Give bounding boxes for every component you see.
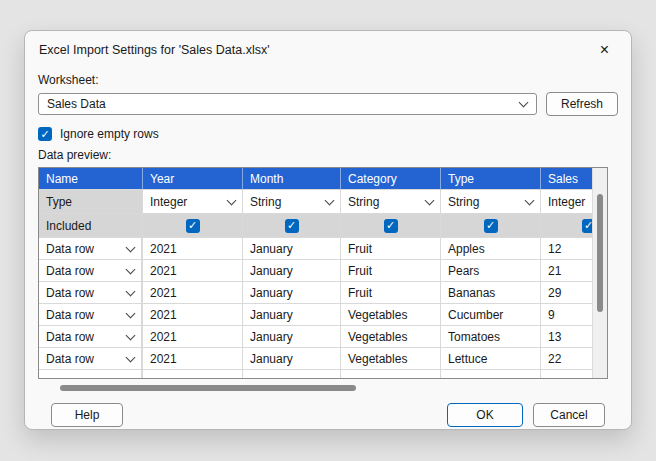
data-cell: Vegetables xyxy=(341,348,441,370)
included-row: Included✓✓✓✓✓ xyxy=(39,214,608,238)
chevron-down-icon xyxy=(126,308,136,318)
column-header: Name xyxy=(39,168,143,190)
data-cell: Cucumber xyxy=(441,304,541,326)
column-type-select[interactable]: String xyxy=(341,190,440,213)
row-kind-select[interactable]: Data row xyxy=(39,348,142,369)
refresh-button[interactable]: Refresh xyxy=(546,92,618,116)
column-type-select[interactable]: Integer xyxy=(143,190,242,213)
ignore-empty-rows-label: Ignore empty rows xyxy=(60,127,159,141)
cancel-button[interactable]: Cancel xyxy=(533,403,605,427)
help-button[interactable]: Help xyxy=(51,403,123,427)
data-cell xyxy=(341,370,441,379)
data-preview-grid: NameYearMonthCategoryTypeSalesTypeIntege… xyxy=(38,167,608,379)
data-cell: Apples xyxy=(441,238,541,260)
table-row: Data row2021JanuaryVegetablesTomatoes13 xyxy=(39,326,608,348)
data-cell: January xyxy=(243,282,341,304)
chevron-down-icon xyxy=(126,374,136,379)
checkbox-check-icon[interactable]: ✓ xyxy=(38,127,52,141)
dialog-body: Worksheet: Sales Data Refresh ✓ Ignore e… xyxy=(25,62,631,427)
type-cell: String xyxy=(441,190,541,214)
row-kind-value: Data row xyxy=(46,308,94,322)
chevron-down-icon xyxy=(126,330,136,340)
row-kind-select[interactable]: Data row xyxy=(39,304,142,325)
data-cell: January xyxy=(243,260,341,282)
included-cell: ✓ xyxy=(243,214,341,238)
worksheet-select-value: Sales Data xyxy=(47,97,106,111)
table-row: Data row2021JanuaryVegetablesLettuce22 xyxy=(39,348,608,370)
column-type-select[interactable]: String xyxy=(243,190,340,213)
chevron-down-icon xyxy=(126,352,136,362)
row-kind-select[interactable] xyxy=(39,370,142,379)
data-cell: Fruit xyxy=(341,282,441,304)
row-kind-value: Data row xyxy=(46,352,94,366)
column-included-checkbox[interactable]: ✓ xyxy=(484,219,498,233)
column-header: Year xyxy=(143,168,243,190)
chevron-down-icon xyxy=(525,195,535,205)
data-cell: January xyxy=(243,238,341,260)
vertical-scrollbar-thumb[interactable] xyxy=(597,194,603,312)
data-cell: January xyxy=(243,348,341,370)
data-cell: 2021 xyxy=(143,282,243,304)
table-row xyxy=(39,370,608,379)
row-kind-cell: Data row xyxy=(39,304,143,326)
ignore-empty-rows-checkbox[interactable]: ✓ Ignore empty rows xyxy=(38,127,159,141)
row-kind-select[interactable]: Data row xyxy=(39,238,142,259)
type-row: TypeIntegerStringStringStringInteger xyxy=(39,190,608,214)
column-type-value: String xyxy=(250,195,281,209)
column-included-checkbox[interactable]: ✓ xyxy=(384,219,398,233)
row-kind-select[interactable]: Data row xyxy=(39,282,142,303)
column-included-checkbox[interactable]: ✓ xyxy=(186,219,200,233)
dialog-title: Excel Import Settings for 'Sales Data.xl… xyxy=(39,43,270,57)
included-cell: ✓ xyxy=(341,214,441,238)
footer-right-group: OK Cancel xyxy=(447,403,605,427)
data-cell: Bananas xyxy=(441,282,541,304)
data-cell: 2021 xyxy=(143,260,243,282)
column-type-value: String xyxy=(348,195,379,209)
table-row: Data row2021JanuaryFruitPears21 xyxy=(39,260,608,282)
preview-grid-inner: NameYearMonthCategoryTypeSalesTypeIntege… xyxy=(39,168,608,379)
column-header: Category xyxy=(341,168,441,190)
horizontal-scrollbar-thumb[interactable] xyxy=(60,385,356,391)
included-row-label: Included xyxy=(39,214,143,238)
data-cell xyxy=(243,370,341,379)
data-cell: Vegetables xyxy=(341,304,441,326)
chevron-down-icon xyxy=(126,286,136,296)
table-row: Data row2021JanuaryFruitBananas29 xyxy=(39,282,608,304)
column-type-value: String xyxy=(448,195,479,209)
excel-import-settings-dialog: Excel Import Settings for 'Sales Data.xl… xyxy=(24,30,632,430)
row-kind-select[interactable]: Data row xyxy=(39,260,142,281)
included-cell: ✓ xyxy=(143,214,243,238)
data-cell: Fruit xyxy=(341,260,441,282)
worksheet-select[interactable]: Sales Data xyxy=(38,93,537,115)
column-included-checkbox[interactable]: ✓ xyxy=(285,219,299,233)
chevron-down-icon xyxy=(126,242,136,252)
grid-header-row: NameYearMonthCategoryTypeSales xyxy=(39,168,608,190)
included-cell: ✓ xyxy=(441,214,541,238)
row-kind-value: Data row xyxy=(46,264,94,278)
chevron-down-icon xyxy=(519,98,529,108)
type-cell: Integer xyxy=(143,190,243,214)
vertical-scrollbar[interactable] xyxy=(592,168,607,378)
type-row-label: Type xyxy=(39,190,143,214)
data-cell: 2021 xyxy=(143,238,243,260)
chevron-down-icon xyxy=(126,264,136,274)
chevron-down-icon xyxy=(227,195,237,205)
row-kind-select[interactable]: Data row xyxy=(39,326,142,347)
data-preview-label: Data preview: xyxy=(38,148,618,162)
data-cell xyxy=(143,370,243,379)
row-kind-value: Data row xyxy=(46,242,94,256)
data-cell xyxy=(441,370,541,379)
data-cell: 2021 xyxy=(143,326,243,348)
type-cell: String xyxy=(341,190,441,214)
chevron-down-icon xyxy=(325,195,335,205)
data-cell: Fruit xyxy=(341,238,441,260)
column-type-value: Integer xyxy=(548,195,585,209)
data-cell: January xyxy=(243,304,341,326)
close-icon[interactable]: × xyxy=(592,40,617,60)
data-cell: Vegetables xyxy=(341,326,441,348)
worksheet-label: Worksheet: xyxy=(38,73,618,87)
column-type-select[interactable]: String xyxy=(441,190,540,213)
row-kind-cell: Data row xyxy=(39,326,143,348)
ok-button[interactable]: OK xyxy=(447,403,523,427)
horizontal-scrollbar[interactable] xyxy=(38,382,608,394)
